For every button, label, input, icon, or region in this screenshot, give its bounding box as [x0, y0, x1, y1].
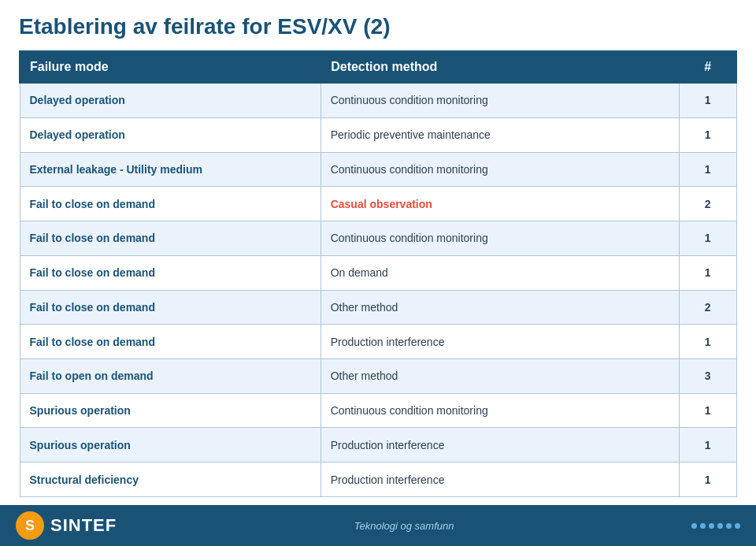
cell-detection-method: On demand [321, 255, 679, 290]
table-row: Fail to close on demandOther method2 [20, 290, 736, 325]
cell-failure-mode: Spurious operation [20, 428, 321, 462]
cell-count: 3 [679, 358, 736, 393]
cell-failure-mode: Delayed operation [20, 117, 321, 152]
cell-detection-method: Periodic preventive maintenance [321, 117, 679, 152]
dot-6 [735, 523, 740, 529]
main-content: Etablering av feilrate for ESV/XV (2) Fa… [0, 0, 756, 505]
table-row: Delayed operationContinuous condition mo… [20, 83, 736, 117]
cell-count: 1 [679, 255, 736, 290]
table-row: Delayed operationPeriodic preventive mai… [20, 117, 736, 152]
cell-detection-method: Continuous condition monitoring [321, 221, 679, 256]
cell-failure-mode: Structural deficiency [20, 462, 321, 497]
cell-detection-method: Other method [321, 290, 679, 325]
cell-count: 1 [679, 393, 736, 428]
dot-1 [691, 523, 697, 529]
footer: S SINTEF Teknologi og samfunn [0, 505, 756, 546]
cell-failure-mode: Spurious operation [20, 393, 321, 428]
cell-count: 1 [679, 325, 736, 359]
col-header-detection: Detection method [321, 51, 679, 83]
cell-count: 1 [679, 117, 736, 152]
cell-failure-mode: Fail to close on demand [20, 255, 321, 290]
cell-count: 1 [679, 152, 736, 187]
cell-detection-method: Continuous condition monitoring [321, 152, 679, 187]
dot-4 [717, 523, 723, 529]
cell-failure-mode: Fail to open on demand [20, 358, 321, 393]
table-header-row: Failure mode Detection method # [20, 51, 736, 83]
table-row: Structural deficiencyProduction interfer… [20, 462, 736, 497]
sintef-logo: S SINTEF [16, 511, 117, 540]
footer-dots [691, 523, 740, 529]
cell-failure-mode: Fail to close on demand [20, 325, 321, 359]
data-table: Failure mode Detection method # Delayed … [19, 50, 737, 497]
table-row: Fail to close on demandContinuous condit… [20, 221, 736, 256]
cell-failure-mode: Fail to close on demand [20, 187, 321, 221]
page-wrapper: Etablering av feilrate for ESV/XV (2) Fa… [0, 0, 756, 546]
table-row: Spurious operationProduction interferenc… [20, 428, 736, 462]
col-header-hash: # [679, 51, 736, 83]
dot-3 [709, 523, 714, 529]
cell-count: 1 [679, 83, 736, 117]
table-row: Fail to close on demandOn demand1 [20, 255, 736, 290]
cell-detection-method: Continuous condition monitoring [321, 393, 679, 428]
cell-failure-mode: Fail to close on demand [20, 290, 321, 325]
footer-tagline: Teknologi og samfunn [354, 520, 454, 532]
cell-detection-method: Continuous condition monitoring [321, 83, 679, 117]
table-row: Fail to open on demandOther method3 [20, 358, 736, 393]
dot-2 [700, 523, 706, 529]
sintef-circle-icon: S [16, 511, 44, 540]
sintef-circle-letter: S [25, 518, 35, 534]
cell-detection-method: Production interference [321, 325, 679, 359]
cell-detection-method: Production interference [321, 462, 679, 497]
cell-detection-method: Other method [321, 358, 679, 393]
cell-count: 1 [679, 428, 736, 462]
cell-count: 1 [679, 221, 736, 256]
table-row: Fail to close on demandProduction interf… [20, 325, 736, 359]
cell-count: 2 [679, 290, 736, 325]
col-header-failure: Failure mode [20, 51, 321, 83]
table-row: Spurious operationContinuous condition m… [20, 393, 736, 428]
cell-count: 1 [679, 462, 736, 497]
cell-count: 2 [679, 187, 736, 221]
cell-detection-method: Casual observation [321, 187, 679, 221]
sintef-brand: SINTEF [50, 515, 117, 536]
footer-left: S SINTEF [16, 511, 117, 540]
cell-failure-mode: Fail to close on demand [20, 221, 321, 256]
dot-5 [726, 523, 732, 529]
table-row: Fail to close on demandCasual observatio… [20, 187, 736, 221]
page-title: Etablering av feilrate for ESV/XV (2) [19, 14, 737, 39]
cell-failure-mode: Delayed operation [20, 83, 321, 117]
cell-detection-method: Production interference [321, 428, 679, 462]
cell-failure-mode: External leakage - Utility medium [20, 152, 321, 187]
table-row: External leakage - Utility mediumContinu… [20, 152, 736, 187]
